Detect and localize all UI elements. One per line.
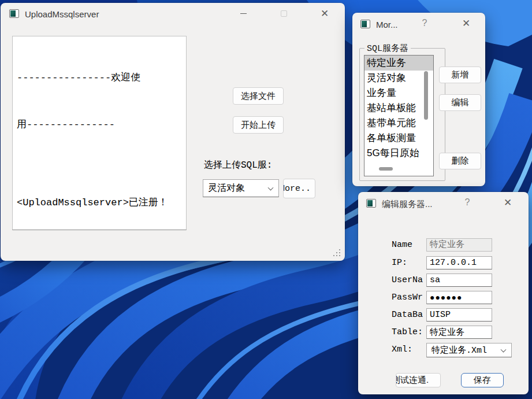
edit-server-titlebar[interactable]: 编辑服务器... ? ✕	[358, 192, 529, 213]
sql-target-label: 选择上传SQL服:	[204, 159, 315, 171]
close-button[interactable]: ✕	[498, 195, 518, 210]
list-item[interactable]: 灵活对象	[364, 71, 433, 86]
name-label: Name	[392, 240, 424, 250]
password-label: PassWr	[392, 293, 424, 302]
vertical-scrollbar-thumb[interactable]	[424, 71, 428, 120]
xml-combobox-value: 特定业务.Xml	[431, 345, 487, 356]
minimize-button[interactable]	[233, 6, 253, 21]
select-file-button[interactable]: 选择文件	[233, 87, 284, 105]
close-button[interactable]: ✕	[456, 16, 476, 31]
edit-server-window: 编辑服务器... ? ✕ Name 特定业务 IP: UserNa PassWr…	[358, 192, 529, 394]
log-line: <UploadMssqlserver>已注册！	[17, 195, 182, 210]
sql-server-combobox[interactable]: 灵活对象	[203, 179, 279, 197]
maximize-icon	[281, 10, 287, 17]
app-icon	[366, 199, 376, 208]
list-item[interactable]: 特定业务	[364, 56, 433, 71]
main-window-title: UploadMssqlserver	[25, 9, 99, 19]
save-label: 保存	[474, 375, 491, 386]
list-item[interactable]: 基站单板能	[364, 101, 433, 116]
edit-server-label: 编辑	[452, 97, 469, 108]
table-label: Table:	[392, 327, 424, 337]
delete-server-button[interactable]: 删除	[439, 153, 481, 169]
main-titlebar[interactable]: UploadMssqlserver ✕	[1, 3, 345, 24]
minimize-icon	[240, 13, 247, 14]
help-icon: ?	[465, 197, 470, 208]
resize-grip[interactable]	[333, 249, 340, 257]
database-field[interactable]	[426, 308, 492, 322]
server-list-window: Mor... ? ✕ SQL服务器 特定业务 灵活对象 业务量 基站单板能 基带…	[352, 13, 485, 186]
log-textarea[interactable]: ----------------欢迎使 用--------------- <Up…	[12, 36, 187, 230]
list-item[interactable]: 业务量	[364, 86, 433, 101]
start-upload-button[interactable]: 开始上传	[233, 116, 284, 134]
test-connection-label: 测试连通.	[396, 375, 429, 386]
list-item[interactable]: 各单板测量	[364, 131, 433, 146]
server-list-window-title: Mor...	[376, 20, 398, 29]
server-listbox[interactable]: 特定业务 灵活对象 业务量 基站单板能 基带单元能 各单板测量 5G每日原始	[364, 55, 434, 176]
help-icon: ?	[422, 18, 427, 28]
app-icon	[360, 20, 370, 28]
ip-label: IP:	[392, 258, 424, 268]
edit-server-button[interactable]: 编辑	[439, 94, 481, 111]
save-button[interactable]: 保存	[461, 373, 504, 387]
select-file-label: 选择文件	[241, 91, 276, 102]
sql-server-combobox-value: 灵活对象	[208, 182, 245, 194]
name-field: 特定业务	[426, 238, 492, 252]
add-server-label: 新增	[452, 69, 469, 80]
xml-label: Xml:	[392, 345, 424, 354]
chevron-down-icon	[268, 184, 274, 190]
delete-server-label: 删除	[452, 156, 469, 167]
xml-combobox[interactable]: 特定业务.Xml	[426, 343, 512, 357]
table-field[interactable]	[426, 326, 492, 339]
help-button[interactable]: ?	[415, 16, 434, 31]
password-field[interactable]	[426, 291, 492, 304]
list-item[interactable]: 5G每日原始	[364, 146, 433, 161]
horizontal-scrollbar-thumb[interactable]	[379, 167, 393, 171]
maximize-button[interactable]	[274, 6, 293, 21]
start-upload-label: 开始上传	[241, 120, 276, 131]
close-icon: ✕	[321, 8, 329, 20]
app-icon	[9, 9, 19, 18]
close-button[interactable]: ✕	[315, 6, 334, 21]
database-label: DataBa	[392, 310, 424, 320]
ip-field[interactable]	[426, 256, 492, 269]
more-button[interactable]: More..	[283, 179, 315, 198]
name-value: 特定业务	[430, 240, 464, 250]
main-window: UploadMssqlserver ✕ ----------------欢迎使 …	[1, 3, 345, 261]
log-line: ----------------欢迎使	[17, 70, 182, 86]
help-button[interactable]: ?	[457, 195, 477, 210]
chevron-down-icon	[501, 346, 507, 352]
log-line: 用---------------	[17, 117, 182, 132]
close-icon: ✕	[504, 197, 512, 209]
list-item[interactable]: 基带单元能	[364, 116, 433, 131]
more-button-label: More..	[283, 184, 311, 194]
username-label: UserNa	[392, 275, 424, 285]
close-icon: ✕	[462, 17, 470, 29]
edit-server-window-title: 编辑服务器...	[382, 199, 433, 210]
username-field[interactable]	[426, 274, 492, 287]
server-list-titlebar[interactable]: Mor... ? ✕	[352, 13, 485, 34]
test-connection-button[interactable]: 测试连通.	[396, 373, 441, 387]
sql-server-group-title: SQL服务器	[364, 43, 411, 54]
add-server-button[interactable]: 新增	[439, 66, 481, 83]
